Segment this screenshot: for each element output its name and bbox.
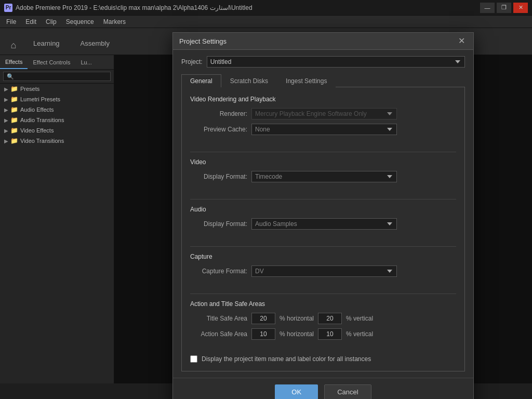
renderer-label: Renderer: <box>190 110 247 117</box>
tree-item-audio-transitions[interactable]: ▶ 📁 Audio Transitions <box>0 115 114 125</box>
menu-clip[interactable]: Clip <box>42 17 61 26</box>
action-safe-label: Action Safe Area <box>190 330 247 338</box>
menu-file[interactable]: File <box>2 17 20 26</box>
tree-label-presets: Presets <box>20 86 39 92</box>
search-bar <box>0 70 114 84</box>
project-select[interactable]: Untitled <box>207 56 465 68</box>
section-title-video: Video <box>190 158 456 166</box>
dialog-tab-ingest[interactable]: Ingest Settings <box>277 74 336 87</box>
panel-tab-lu[interactable]: Lu... <box>75 55 97 69</box>
folder-icon-presets: 📁 <box>10 85 18 92</box>
folder-icon-video-effects: 📁 <box>10 127 18 134</box>
checkbox-row: Display the project item name and label … <box>190 355 456 363</box>
dialog-body: Project: Untitled General Scratch Disks … <box>173 50 473 378</box>
home-button[interactable]: ⌂ <box>4 36 23 55</box>
checkbox-label: Display the project item name and label … <box>202 355 371 363</box>
section-title-audio: Audio <box>190 206 456 213</box>
divider-1 <box>190 152 456 152</box>
action-safe-v-label: % vertical <box>346 330 373 338</box>
title-safe-row: Title Safe Area % horizontal % vertical <box>190 313 456 324</box>
section-audio: Audio Display Format: Audio Samples Mill… <box>190 206 456 234</box>
folder-icon-video-transitions: 📁 <box>10 137 18 144</box>
section-video-rendering: Video Rendering and Playback Renderer: M… <box>190 96 456 139</box>
tree-arrow-audio-transitions: ▶ <box>4 117 8 123</box>
window-controls: — ❐ ✕ <box>480 3 528 13</box>
section-safe-areas: Action and Title Safe Areas Title Safe A… <box>190 300 456 344</box>
title-safe-label: Title Safe Area <box>190 315 247 322</box>
project-label: Project: <box>181 58 203 65</box>
ok-button[interactable]: OK <box>275 384 318 399</box>
dialog-title: Project Settings <box>179 37 227 45</box>
action-safe-h-input[interactable] <box>251 328 275 340</box>
section-title-safe-areas: Action and Title Safe Areas <box>190 300 456 308</box>
section-video: Video Display Format: Timecode Frames Fe… <box>190 158 456 187</box>
folder-icon-lumetri: 📁 <box>10 96 18 103</box>
tree-label-audio-effects: Audio Effects <box>20 107 54 113</box>
video-display-format-row: Display Format: Timecode Frames Feet + F… <box>190 171 456 182</box>
tree-item-lumetri[interactable]: ▶ 📁 Lumetri Presets <box>0 94 114 104</box>
folder-icon-audio-transitions: 📁 <box>10 116 18 124</box>
panel-tabs: Effects Effect Controls Lu... <box>0 55 114 70</box>
close-button[interactable]: ✕ <box>513 3 528 13</box>
title-safe-v-input[interactable] <box>318 313 342 324</box>
left-panel: Effects Effect Controls Lu... ▶ 📁 Preset… <box>0 55 114 383</box>
maximize-button[interactable]: ❐ <box>497 3 511 13</box>
capture-format-select[interactable]: DV HDV <box>251 265 397 277</box>
title-safe-v-label: % vertical <box>346 315 373 322</box>
tab-assembly[interactable]: Assembly <box>70 33 120 55</box>
dialog-close-button[interactable]: ✕ <box>456 37 467 45</box>
tree-arrow-lumetri: ▶ <box>4 97 8 102</box>
menu-edit[interactable]: Edit <box>21 17 41 26</box>
dialog-tab-scratch-disks[interactable]: Scratch Disks <box>221 74 277 87</box>
section-title-capture: Capture <box>190 253 456 260</box>
center-area: Project Settings ✕ Project: Untitled Gen… <box>114 55 532 383</box>
tree-item-audio-effects[interactable]: ▶ 📁 Audio Effects <box>0 104 114 115</box>
divider-4 <box>190 294 456 294</box>
window-title: Adobe Premiere Pro 2019 - E:\eduis\clip … <box>16 4 252 11</box>
preview-cache-select[interactable]: None Auto Custom <box>251 124 397 135</box>
video-display-format-label: Display Format: <box>190 173 247 180</box>
minimize-button[interactable]: — <box>480 3 495 13</box>
tree-arrow-video-effects: ▶ <box>4 128 8 134</box>
project-settings-dialog: Project Settings ✕ Project: Untitled Gen… <box>172 32 474 399</box>
tree-label-lumetri: Lumetri Presets <box>20 96 60 102</box>
search-input[interactable] <box>3 72 111 81</box>
main-area: Effects Effect Controls Lu... ▶ 📁 Preset… <box>0 55 532 383</box>
tree-arrow-video-transitions: ▶ <box>4 138 8 144</box>
video-display-format-select[interactable]: Timecode Frames Feet + Frames Samples <box>251 171 397 182</box>
divider-2 <box>190 199 456 200</box>
folder-icon-audio-effects: 📁 <box>10 106 18 113</box>
dialog-content: Video Rendering and Playback Renderer: M… <box>181 87 465 371</box>
panel-tab-effects[interactable]: Effects <box>0 55 28 69</box>
tree-label-video-effects: Video Effects <box>20 127 54 134</box>
renderer-select[interactable]: Mercury Playback Engine Software Only <box>251 108 397 119</box>
dialog-tab-general[interactable]: General <box>181 74 221 87</box>
dialog-title-bar: Project Settings ✕ <box>173 33 473 50</box>
title-safe-h-input[interactable] <box>251 313 275 324</box>
tree-item-presets[interactable]: ▶ 📁 Presets <box>0 84 114 94</box>
display-label-checkbox[interactable] <box>190 355 197 363</box>
menu-bar: File Edit Clip Sequence Markers <box>0 16 532 28</box>
title-bar: Pr Adobe Premiere Pro 2019 - E:\eduis\cl… <box>0 0 532 16</box>
capture-format-label: Capture Format: <box>190 268 247 275</box>
audio-display-format-select[interactable]: Audio Samples Milliseconds <box>251 218 397 230</box>
menu-sequence[interactable]: Sequence <box>62 17 98 26</box>
tree-item-video-effects[interactable]: ▶ 📁 Video Effects <box>0 125 114 136</box>
capture-format-row: Capture Format: DV HDV <box>190 265 456 277</box>
divider-3 <box>190 246 456 247</box>
cancel-button[interactable]: Cancel <box>324 384 371 399</box>
panel-tab-effect-controls[interactable]: Effect Controls <box>28 55 75 69</box>
action-safe-v-input[interactable] <box>318 328 342 340</box>
title-bar-left: Pr Adobe Premiere Pro 2019 - E:\eduis\cl… <box>4 4 252 12</box>
audio-display-format-label: Display Format: <box>190 220 247 228</box>
action-safe-h-label: % horizontal <box>280 330 314 338</box>
app-logo: Pr <box>4 4 12 12</box>
renderer-row: Renderer: Mercury Playback Engine Softwa… <box>190 108 456 119</box>
tree-label-audio-transitions: Audio Transitions <box>20 117 64 123</box>
section-title-video-rendering: Video Rendering and Playback <box>190 96 456 103</box>
tree-item-video-transitions[interactable]: ▶ 📁 Video Transitions <box>0 136 114 146</box>
tab-learning[interactable]: Learning <box>23 33 70 55</box>
audio-display-format-row: Display Format: Audio Samples Millisecon… <box>190 218 456 230</box>
project-row: Project: Untitled <box>181 56 465 68</box>
menu-markers[interactable]: Markers <box>99 17 130 26</box>
